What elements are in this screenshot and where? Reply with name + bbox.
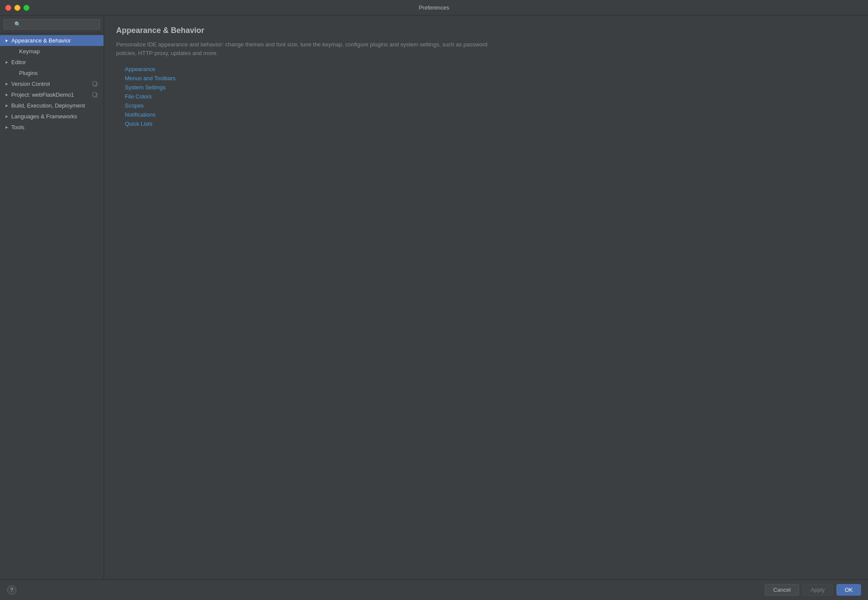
sidebar-item-languages-frameworks[interactable]: Languages & Frameworks bbox=[0, 111, 104, 122]
svg-marker-2 bbox=[6, 39, 8, 42]
sidebar-item-keymap[interactable]: Keymap bbox=[0, 46, 104, 57]
minimize-button[interactable] bbox=[14, 5, 20, 11]
chevron-icon bbox=[4, 114, 9, 119]
copy-icon bbox=[92, 92, 98, 98]
apply-button[interactable]: Apply bbox=[803, 584, 833, 596]
content-link-appearance[interactable]: Appearance bbox=[125, 66, 856, 72]
sidebar-item-version-control[interactable]: Version Control bbox=[0, 78, 104, 89]
svg-marker-11 bbox=[6, 115, 8, 118]
nav-list: Appearance & BehaviorKeymapEditorPlugins… bbox=[0, 33, 104, 579]
sidebar-item-tools[interactable]: Tools bbox=[0, 122, 104, 133]
cancel-button[interactable]: Cancel bbox=[765, 584, 799, 596]
svg-marker-10 bbox=[6, 104, 8, 107]
sidebar-item-project[interactable]: Project: webFlaskDemo1 bbox=[0, 89, 104, 100]
content-links: AppearanceMenus and ToolbarsSystem Setti… bbox=[116, 66, 856, 127]
sidebar-item-label: Appearance & Behavior bbox=[11, 37, 71, 44]
content-description: Personalize IDE appearance and behavior:… bbox=[116, 40, 506, 57]
sidebar-item-label: Project: webFlaskDemo1 bbox=[11, 91, 74, 98]
content-link-quick-lists[interactable]: Quick Lists bbox=[125, 121, 856, 127]
traffic-lights bbox=[5, 5, 29, 11]
sidebar-item-label: Editor bbox=[11, 59, 26, 65]
sidebar-item-appearance-behavior[interactable]: Appearance & Behavior bbox=[0, 35, 104, 46]
sidebar-item-label: Keymap bbox=[19, 48, 40, 55]
content-area: Appearance & Behavior Personalize IDE ap… bbox=[104, 16, 868, 579]
sidebar-item-label: Tools bbox=[11, 124, 24, 130]
svg-marker-3 bbox=[6, 61, 8, 64]
bottom-left: ? bbox=[7, 585, 16, 595]
content-link-system-settings[interactable]: System Settings bbox=[125, 84, 856, 91]
sidebar-item-plugins[interactable]: Plugins bbox=[0, 68, 104, 78]
main-container: Appearance & BehaviorKeymapEditorPlugins… bbox=[0, 16, 868, 579]
svg-rect-9 bbox=[93, 92, 96, 96]
search-wrapper bbox=[3, 19, 100, 29]
content-link-file-colors[interactable]: File Colors bbox=[125, 93, 856, 100]
sidebar: Appearance & BehaviorKeymapEditorPlugins… bbox=[0, 16, 104, 579]
sidebar-item-label: Languages & Frameworks bbox=[11, 113, 77, 120]
sidebar-item-editor[interactable]: Editor bbox=[0, 57, 104, 68]
content-link-notifications[interactable]: Notifications bbox=[125, 111, 856, 118]
search-container bbox=[0, 16, 104, 33]
svg-marker-4 bbox=[6, 83, 8, 85]
svg-marker-12 bbox=[6, 126, 8, 129]
ok-button[interactable]: OK bbox=[836, 584, 861, 596]
chevron-icon bbox=[4, 125, 9, 130]
search-input[interactable] bbox=[3, 19, 100, 29]
svg-marker-7 bbox=[6, 94, 8, 96]
sidebar-item-label: Plugins bbox=[19, 70, 38, 76]
copy-icon bbox=[92, 81, 98, 87]
window-title: Preferences bbox=[419, 4, 449, 11]
maximize-button[interactable] bbox=[23, 5, 29, 11]
svg-rect-6 bbox=[93, 82, 96, 85]
sidebar-item-build-execution[interactable]: Build, Execution, Deployment bbox=[0, 100, 104, 111]
content-title: Appearance & Behavior bbox=[116, 26, 856, 35]
bottom-bar: ? Cancel Apply OK bbox=[0, 579, 868, 600]
chevron-icon bbox=[4, 104, 9, 108]
chevron-icon bbox=[4, 82, 9, 86]
content-link-scopes[interactable]: Scopes bbox=[125, 102, 856, 109]
chevron-icon bbox=[4, 39, 9, 43]
content-link-menus-toolbars[interactable]: Menus and Toolbars bbox=[125, 75, 856, 82]
help-button[interactable]: ? bbox=[7, 585, 16, 595]
sidebar-item-label: Version Control bbox=[11, 81, 50, 87]
chevron-icon bbox=[4, 93, 9, 97]
close-button[interactable] bbox=[5, 5, 11, 11]
sidebar-item-label: Build, Execution, Deployment bbox=[11, 102, 85, 109]
title-bar: Preferences bbox=[0, 0, 868, 16]
chevron-icon bbox=[4, 60, 9, 65]
